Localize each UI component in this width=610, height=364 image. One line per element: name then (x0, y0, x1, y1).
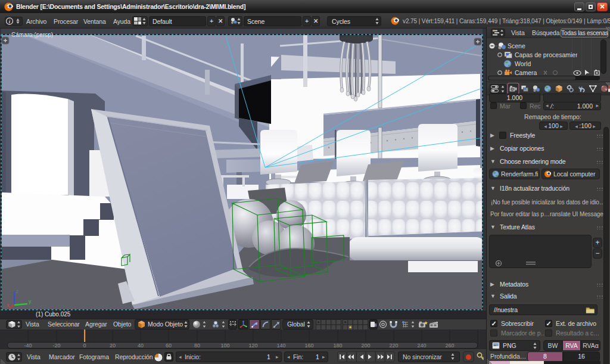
svg-text:140: 140 (276, 343, 285, 349)
svg-text:i: i (9, 18, 11, 24)
svg-text:160: 160 (304, 343, 313, 349)
svg-text:Capas de procesamiento: Capas de procesamiento (515, 51, 577, 58)
svg-text:8: 8 (374, 322, 377, 328)
svg-text:100: 100 (220, 343, 229, 349)
svg-text:180: 180 (333, 343, 342, 349)
svg-text:x: x (7, 302, 10, 308)
svg-text:220: 220 (389, 343, 398, 349)
svg-text:20: 20 (110, 343, 116, 349)
svg-text:z: z (16, 288, 19, 294)
svg-text:-40: -40 (24, 343, 32, 349)
svg-text:Cámara (persp): Cámara (persp) (11, 32, 53, 38)
svg-text:Scene: Scene (508, 42, 525, 49)
svg-text:240: 240 (417, 343, 426, 349)
svg-text:(1) Cubo.025: (1) Cubo.025 (36, 311, 71, 318)
svg-text:-20: -20 (52, 343, 60, 349)
svg-text:40: 40 (138, 343, 144, 349)
svg-text:260: 260 (445, 343, 454, 349)
svg-text:y: y (29, 298, 32, 304)
svg-text:120: 120 (248, 343, 257, 349)
svg-text:60: 60 (166, 343, 172, 349)
svg-text:200: 200 (361, 343, 370, 349)
svg-text:World: World (515, 60, 531, 67)
svg-text:0: 0 (83, 343, 86, 349)
svg-text:80: 80 (194, 343, 200, 349)
